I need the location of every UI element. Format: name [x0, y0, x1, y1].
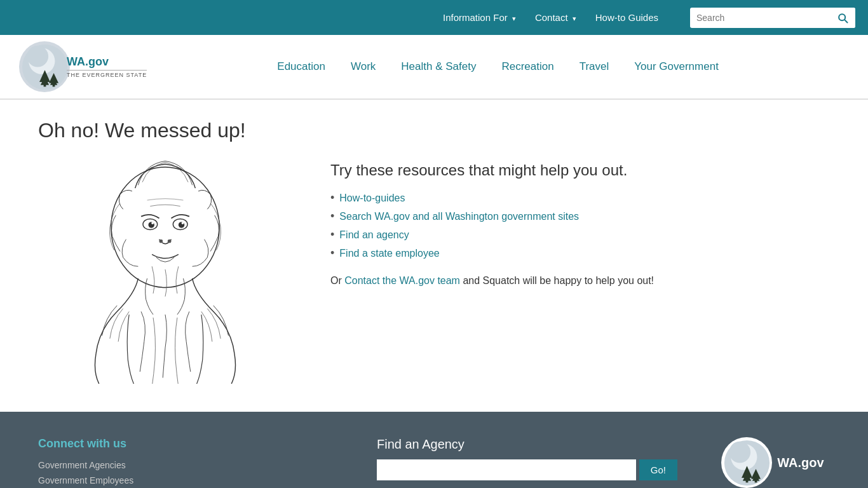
bullet-2: •	[330, 210, 334, 222]
search-form	[690, 8, 855, 28]
search-icon	[836, 11, 849, 24]
footer-logo-circle	[721, 437, 772, 488]
svg-rect-7	[43, 83, 46, 86]
contact-wa-link[interactable]: Contact the WA.gov team	[344, 275, 460, 286]
nav-travel[interactable]: Travel	[580, 57, 609, 76]
logo-circle	[19, 41, 70, 92]
contact-link-label: Contact the WA.gov team	[344, 275, 460, 286]
nav-recreation[interactable]: Recreation	[501, 57, 553, 76]
footer: Connect with us Government Agencies Gove…	[0, 412, 868, 488]
search-button[interactable]	[830, 8, 855, 28]
footer-site-name: WA.gov	[777, 456, 824, 470]
or-text: Or	[330, 275, 342, 286]
nav-work[interactable]: Work	[351, 57, 376, 76]
svg-rect-26	[755, 479, 757, 482]
footer-gov-agencies-link[interactable]: Government Agencies	[38, 460, 339, 470]
main-nav: Education Work Health & Safety Recreatio…	[147, 57, 849, 76]
svg-point-16	[159, 240, 163, 243]
squatch-text: and Squatch will be happy to help you ou…	[463, 275, 654, 286]
contact-link[interactable]: Contact ▾	[535, 12, 576, 23]
content-area: Oh no! We messed up!	[0, 100, 868, 412]
bigfoot-area	[38, 155, 305, 386]
top-nav: Information For ▾ Contact ▾ How-to Guide…	[443, 8, 855, 28]
resources-area: Try these resources that might help you …	[330, 155, 830, 287]
howto-link[interactable]: How-to Guides	[595, 12, 658, 23]
bullet-3: •	[330, 229, 334, 240]
info-for-chevron: ▾	[512, 15, 516, 23]
contact-label: Contact	[535, 12, 568, 23]
agency-search-row: Go!	[377, 459, 677, 480]
info-for-label: Information For	[443, 12, 508, 23]
svg-point-2	[27, 45, 48, 67]
svg-rect-8	[52, 83, 55, 86]
howto-label: How-to Guides	[595, 12, 658, 23]
resources-heading: Try these resources that might help you …	[330, 161, 830, 179]
list-item: • How-to-guides	[330, 192, 830, 204]
svg-point-15	[182, 222, 184, 224]
contact-chevron: ▾	[573, 15, 576, 23]
find-agency-link[interactable]: Find an agency	[339, 229, 409, 241]
list-item: • Search WA.gov and all Washington gover…	[330, 210, 830, 222]
top-bar: Information For ▾ Contact ▾ How-to Guide…	[0, 0, 868, 35]
list-item: • Find an agency	[330, 229, 830, 241]
resources-list: • How-to-guides • Search WA.gov and all …	[330, 192, 830, 259]
logo-svg	[21, 43, 69, 91]
logo-text-block: WA.gov THE EVERGREEN STATE	[67, 55, 147, 78]
svg-point-14	[151, 222, 154, 224]
footer-agency-heading: Find an Agency	[377, 437, 677, 452]
footer-logo-area: WA.gov	[715, 437, 830, 488]
svg-rect-25	[745, 479, 748, 482]
search-input[interactable]	[690, 9, 830, 27]
main-header: WA.gov THE EVERGREEN STATE Education Wor…	[0, 35, 868, 100]
footer-connect-heading: Connect with us	[38, 437, 339, 451]
logo-tagline: THE EVERGREEN STATE	[67, 70, 147, 78]
bullet-4: •	[330, 247, 334, 259]
list-item: • Find a state employee	[330, 247, 830, 259]
bigfoot-image	[38, 155, 292, 384]
nav-education[interactable]: Education	[277, 57, 325, 76]
nav-your-government[interactable]: Your Government	[634, 57, 719, 76]
footer-gov-employees-link[interactable]: Government Employees	[38, 475, 339, 485]
find-employee-link[interactable]: Find a state employee	[339, 248, 439, 259]
bullet-1: •	[330, 192, 334, 203]
logo-site-name: WA.gov	[67, 55, 109, 69]
logo-area: WA.gov THE EVERGREEN STATE	[19, 41, 147, 92]
svg-point-20	[729, 441, 750, 463]
info-for-link[interactable]: Information For ▾	[443, 12, 516, 23]
footer-logo-svg	[723, 439, 771, 487]
agency-go-button[interactable]: Go!	[639, 459, 677, 480]
or-paragraph: Or Contact the WA.gov team and Squatch w…	[330, 275, 830, 287]
content-grid: Try these resources that might help you …	[38, 155, 830, 386]
svg-point-17	[168, 240, 172, 243]
search-wa-link[interactable]: Search WA.gov and all Washington governm…	[339, 211, 579, 222]
page-title: Oh no! We messed up!	[38, 119, 830, 142]
howto-guides-link[interactable]: How-to-guides	[339, 193, 405, 204]
footer-connect-section: Connect with us Government Agencies Gove…	[38, 437, 339, 488]
agency-search-input[interactable]	[377, 459, 636, 480]
footer-agency-section: Find an Agency Go!	[377, 437, 677, 480]
nav-health-safety[interactable]: Health & Safety	[401, 57, 476, 76]
